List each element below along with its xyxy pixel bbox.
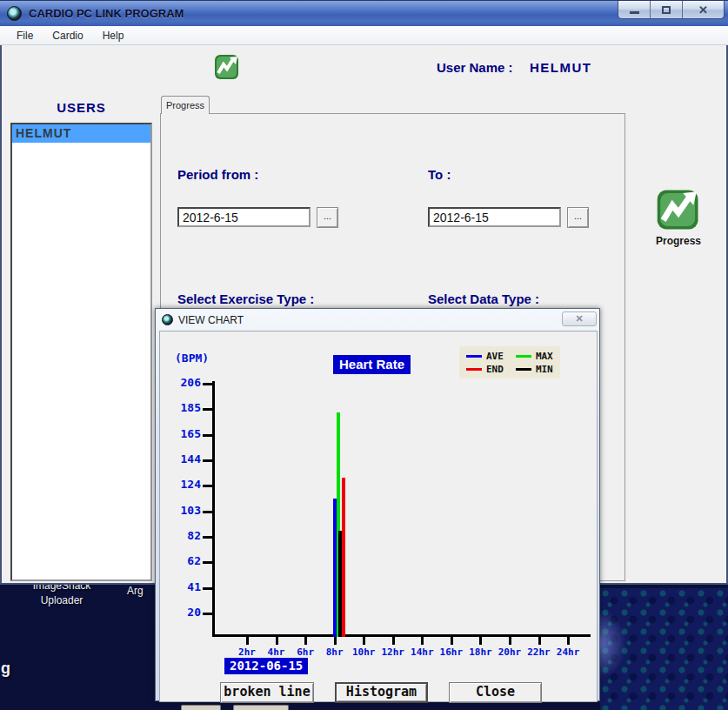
desktop-icon-label[interactable]: Uploader [16,594,108,606]
legend-label: END [486,364,504,375]
y-axis-tick [203,561,212,564]
x-axis-tick [567,637,570,645]
app-logo-icon [7,6,22,21]
user-name-label: User Name : [437,60,513,75]
legend-item-min: MIN [516,363,553,375]
x-axis-tick [421,637,424,645]
x-axis-tick [304,637,307,645]
y-axis-tick [203,536,212,539]
y-axis-tick [203,408,212,411]
y-axis-tick-label: 206 [166,376,201,389]
x-axis-tick [246,637,249,645]
legend-item-max: MAX [516,350,553,362]
chart-area: (BPM) Heart Rate AVEENDMAXMIN 2061851651… [156,309,601,702]
x-axis-tick [479,637,482,645]
legend-label: MAX [536,351,553,362]
y-axis-tick-label: 124 [166,478,201,491]
minimize-icon [630,11,639,14]
background-window-fragment [233,705,289,710]
maximize-icon [662,6,671,14]
progress-shortcut[interactable]: Progress [651,187,705,247]
period-from-label: Period from : [177,167,258,182]
broken-line-button[interactable]: broken line [220,682,314,703]
legend-item-end: END [466,363,504,375]
to-input[interactable]: 2012-6-15 [428,207,561,227]
progress-shortcut-label: Progress [651,235,705,247]
to-label: To : [428,167,451,182]
y-axis-tick-label: 62 [166,554,201,567]
legend-item-ave: AVE [466,350,504,362]
legend-swatch [466,368,482,371]
x-axis-tick [334,637,337,645]
user-list-item-selected[interactable]: HELMUT [12,124,150,143]
legend-swatch [466,355,482,358]
x-axis-tick [538,637,541,645]
period-from-browse-button[interactable]: ... [317,207,338,228]
close-chart-button[interactable]: Close [449,682,542,703]
user-name-value: HELMUT [530,60,592,75]
x-axis-tick [392,637,395,645]
y-axis-unit-label: (BPM) [175,352,209,365]
progress-chart-icon [654,187,703,232]
y-axis-tick-label: 20 [166,606,201,619]
y-axis-tick-label: 41 [166,580,201,593]
menu-bar: File Cardio Help [0,26,728,45]
minimize-button[interactable] [618,1,651,18]
select-exercise-type-label: Select Exercise Type : [177,291,314,306]
y-axis-tick-label: 165 [166,427,201,440]
y-axis-tick [203,383,212,385]
legend-label: AVE [486,351,504,362]
users-panel-title: USERS [10,100,152,115]
chart-title: Heart Rate [333,355,411,374]
desktop-stray-text: g [1,660,10,678]
tab-progress[interactable]: Progress [161,96,210,114]
legend-label: MIN [536,364,553,375]
chart-legend: AVEENDMAXMIN [459,346,560,378]
y-axis-tick-label: 82 [166,529,201,542]
screen: ImageShack Uploader Arg g CARDIO PC LINK… [0,0,728,710]
x-axis-tick [363,637,365,645]
chart-date-label: 2012-06-15 [224,658,308,674]
legend-swatch [516,355,531,358]
title-bar[interactable]: CARDIO PC LINK PROGRAM ✕ [0,0,728,26]
background-window-fragment [181,705,221,710]
maximize-button[interactable] [651,1,683,18]
window-title: CARDIO PC LINK PROGRAM [29,7,184,20]
menu-cardio[interactable]: Cardio [43,27,92,44]
y-axis-tick [203,613,212,615]
x-axis-tick [276,637,278,645]
desktop-glow [600,609,626,679]
x-axis-tick [509,637,511,645]
y-axis-tick [203,485,212,487]
bar-end [342,478,345,637]
y-axis-tick-label: 185 [166,401,201,414]
y-axis-tick [203,587,212,590]
to-browse-button[interactable]: ... [567,207,589,228]
close-button[interactable]: ✕ [683,1,724,18]
menu-help[interactable]: Help [93,27,134,44]
y-axis-line [212,381,215,637]
y-axis-tick [203,511,212,513]
close-icon: ✕ [698,4,708,16]
histogram-button[interactable]: Histogram [335,682,428,703]
x-axis-line [212,634,591,637]
legend-swatch [516,368,531,371]
progress-chart-icon [213,52,241,82]
y-axis-tick-label: 103 [166,504,201,517]
window-controls: ✕ [618,1,725,19]
view-chart-dialog: VIEW CHART ✕ (BPM) Heart Rate AVEENDMAXM… [155,308,600,701]
y-axis-tick [203,459,212,462]
select-data-type-label: Select Data Type : [428,291,539,306]
y-axis-tick-label: 144 [166,452,201,466]
period-from-input[interactable]: 2012-6-15 [177,207,311,227]
x-axis-tick [451,637,453,645]
x-axis-tick-label: 24hr [547,646,589,658]
y-axis-tick [203,434,212,437]
menu-file[interactable]: File [7,27,43,44]
desktop-icon-label-partial[interactable]: Arg [127,585,144,597]
users-listbox[interactable]: HELMUT [10,123,152,581]
